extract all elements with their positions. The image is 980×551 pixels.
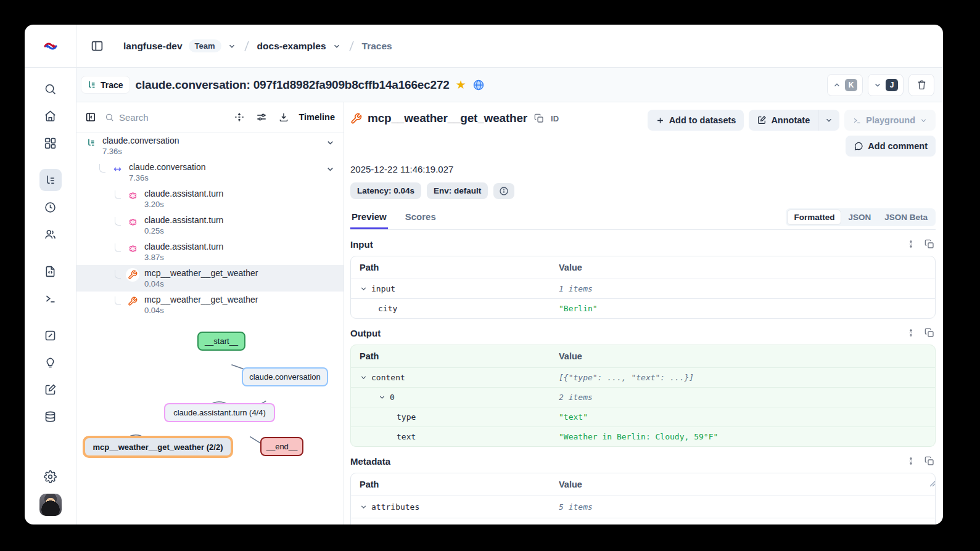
copy-id-icon[interactable] [533,112,545,124]
graph-node[interactable]: claude.conversation [242,367,328,386]
view-settings-icon[interactable] [253,108,270,126]
env-badge: Env: default [427,182,488,199]
add-to-datasets-button[interactable]: Add to datasets [648,110,744,131]
trace-header-bar: Trace claude.conversation: 097f1d8982fa9… [76,68,943,102]
sidebar-toggle-icon[interactable] [86,36,107,57]
format-formatted[interactable]: Formatted [788,210,841,224]
row-value: "Berlin" [559,304,935,313]
delete-trace-button[interactable] [908,74,934,96]
collapse-panel-icon[interactable] [81,108,100,126]
tree-row[interactable]: claude.assistant.turn 0.25s [76,212,344,239]
evaluation-icon[interactable] [39,324,62,346]
graph-node-label: __start__ [205,337,238,346]
bookmark-star-icon[interactable]: ★ [456,79,466,91]
tree-row-duration: 7.36s [102,147,179,156]
langfuse-logo[interactable] [25,25,76,67]
generation-icon [126,189,139,202]
table-row[interactable]: attributes 5 items [351,496,935,518]
observation-detail-panel: mcp__weather__get_weather ID Add to data… [344,102,943,524]
expand-section-icon[interactable] [905,327,917,339]
chevron-down-icon [873,81,882,89]
desktop-background: langfuse-dev Team docs-examples Traces [0,0,980,551]
insights-lightbulb-icon[interactable] [39,351,62,373]
fold-tree-icon[interactable] [231,108,248,126]
annotate-button[interactable]: Annotate [749,110,818,131]
copy-section-icon[interactable] [923,327,936,339]
dashboard-icon[interactable] [39,132,62,154]
breadcrumb-project[interactable]: langfuse-dev [123,41,183,52]
tracing-icon[interactable] [39,169,62,191]
comment-bubble-icon [854,141,863,151]
expand-section-icon[interactable] [905,455,917,467]
breadcrumb-separator [242,40,251,52]
table-row[interactable]: input 1 items [351,279,935,298]
next-trace-button[interactable]: J [868,74,904,96]
row-path: input [371,284,395,293]
id-label: ID [551,114,559,123]
chevron-down-icon [920,116,928,124]
public-globe-icon[interactable] [472,79,485,91]
chevron-down-icon[interactable] [332,42,341,51]
playground-terminal-icon[interactable] [39,287,62,309]
annotate-dropdown-button[interactable] [818,110,839,131]
info-icon[interactable] [493,183,514,199]
search-input[interactable] [119,112,226,123]
chevron-down-icon[interactable] [228,42,236,51]
tree-row[interactable]: claude.assistant.turn 3.87s [76,239,344,265]
tree-row[interactable]: mcp__weather__get_weather 0.04s [76,265,344,292]
tree-row[interactable]: claude.conversation 7.36s [76,133,344,159]
tree-row[interactable]: mcp__weather__get_weather 0.04s [76,292,344,318]
breadcrumb-page[interactable]: Traces [362,41,392,52]
tab-preview[interactable]: Preview [350,208,388,229]
home-icon[interactable] [39,105,62,127]
row-path: city [378,304,397,313]
format-json-beta[interactable]: JSON Beta [878,210,934,224]
format-json[interactable]: JSON [842,210,877,224]
chevron-down-icon[interactable] [326,138,335,150]
timeline-toggle[interactable]: Timeline [299,112,335,122]
resize-handle[interactable] [929,478,936,489]
output-section-title: Output [350,328,381,338]
breadcrumb-environment[interactable]: docs-examples [257,41,326,52]
tree-row[interactable]: claude.assistant.turn 3.20s [76,186,344,212]
copy-section-icon[interactable] [923,455,936,467]
download-icon[interactable] [275,108,292,126]
table-row[interactable]: text "Weather in Berlin: Cloudy, 59°F" [351,427,935,446]
table-row[interactable]: content [{"type": ..., "text": ...}] [351,367,935,387]
graph-node[interactable]: __start__ [197,332,245,351]
output-section: Output Path Value [350,327,936,447]
app-window: langfuse-dev Team docs-examples Traces [25,25,943,524]
prompts-file-icon[interactable] [39,260,62,282]
chevron-down-icon[interactable] [326,165,335,176]
tree-row[interactable]: claude.conversation 7.36s [76,159,344,186]
expand-section-icon[interactable] [905,238,917,250]
tab-scores[interactable]: Scores [404,208,437,229]
users-icon[interactable] [39,223,62,245]
chevron-down-icon[interactable] [378,393,386,401]
chevron-down-icon[interactable] [360,373,368,382]
chevron-down-icon[interactable] [360,503,368,511]
graph-node[interactable]: claude.assistant.turn (4/4) [164,403,275,422]
chevron-down-icon[interactable] [360,285,368,293]
graph-node[interactable]: mcp__weather__get_weather (2/2) [83,436,233,458]
add-comment-button[interactable]: Add comment [846,136,936,157]
previous-trace-button[interactable]: K [827,74,863,96]
graph-node[interactable]: __end__ [260,437,303,456]
table-row[interactable]: type "text" [351,407,935,427]
settings-gear-icon[interactable] [39,465,62,488]
tree-search[interactable] [105,112,226,123]
sessions-clock-icon[interactable] [39,196,62,218]
search-icon[interactable] [39,78,62,100]
table-row[interactable]: 0 2 items [351,387,935,407]
row-value: "text" [559,412,935,422]
observation-timestamp: 2025-12-22 11:46:19.027 [350,164,936,174]
agent-graph[interactable]: __start__ claude.conversation claude.ass… [76,318,344,524]
datasets-database-icon[interactable] [39,406,62,428]
annotation-icon[interactable] [39,378,62,401]
playground-button[interactable]: Playground [844,110,936,131]
row-path: text [397,432,416,441]
latency-badge: Latency: 0.04s [350,182,421,199]
user-avatar[interactable] [39,494,62,516]
table-row[interactable]: city "Berlin" [351,298,935,318]
copy-section-icon[interactable] [923,238,936,250]
